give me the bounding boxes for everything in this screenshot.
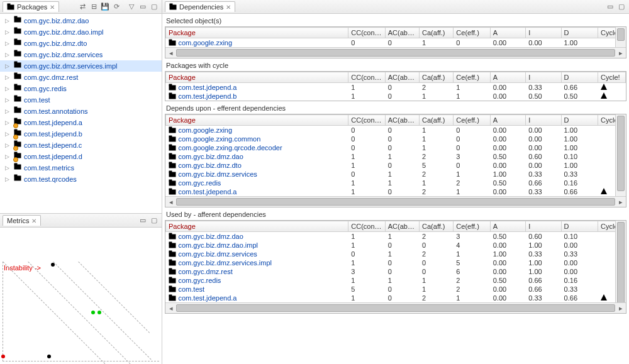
- scroll-left-icon[interactable]: ◂: [165, 48, 176, 58]
- expand-icon[interactable]: ▷: [5, 118, 11, 128]
- minimize-icon[interactable]: ▭: [138, 216, 148, 226]
- table-row[interactable]: com.gyc.redis11120.500.660.16: [166, 179, 626, 187]
- close-icon[interactable]: ✕: [226, 4, 231, 11]
- maximize-icon[interactable]: ▢: [616, 2, 626, 12]
- expand-icon[interactable]: ▷: [5, 16, 11, 26]
- expand-icon[interactable]: ▷: [5, 50, 11, 60]
- tree-item[interactable]: ▷com.test.qrcodes: [0, 174, 162, 185]
- col-i[interactable]: I: [526, 28, 561, 38]
- col-a[interactable]: A: [490, 28, 525, 38]
- scroll-right-icon[interactable]: ▸: [615, 303, 626, 313]
- table-row[interactable]: com.test.jdepend.a10210.000.330.66: [166, 187, 626, 196]
- tree-item[interactable]: ▷com.test.jdepend.c: [0, 140, 162, 151]
- table-row[interactable]: com.google.zxing.common00100.000.001.00: [166, 135, 626, 143]
- col-d[interactable]: D: [561, 221, 598, 232]
- close-icon[interactable]: ✕: [31, 218, 36, 224]
- col-ca[interactable]: Ca(aff.): [420, 115, 454, 126]
- minimize-icon[interactable]: ▭: [605, 2, 615, 12]
- table-row[interactable]: com.test.jdepend.a10210.000.330.66: [166, 83, 626, 92]
- col-ce[interactable]: Ce(eff.): [454, 115, 490, 126]
- scroll-right-icon[interactable]: ▸: [615, 48, 626, 58]
- scroll-left-icon[interactable]: ◂: [165, 197, 176, 207]
- vertical-scrollbar[interactable]: [615, 114, 626, 196]
- expand-icon[interactable]: ▷: [5, 73, 11, 82]
- table-row[interactable]: com.google.zxing00100.000.001.00: [166, 38, 626, 48]
- dependencies-tab[interactable]: Dependencies ✕: [165, 1, 235, 12]
- col-cc[interactable]: CC(conc...: [348, 28, 385, 38]
- col-cc[interactable]: CC(conc...: [348, 72, 385, 83]
- col-ac[interactable]: AC(abst...: [385, 72, 419, 83]
- expand-icon[interactable]: ▷: [5, 28, 11, 37]
- col-d[interactable]: D: [561, 72, 598, 83]
- expand-icon[interactable]: ▷: [5, 84, 11, 94]
- col-cycle[interactable]: Cycle!: [598, 72, 626, 83]
- tree-item[interactable]: ▷com.gyc.biz.dmz.dao: [0, 15, 162, 26]
- vertical-scrollbar[interactable]: [615, 221, 626, 302]
- col-ce[interactable]: Ce(eff.): [454, 28, 490, 38]
- view-menu-icon[interactable]: ▽: [126, 2, 136, 12]
- table-row[interactable]: com.google.zxing00100.000.001.00: [166, 126, 626, 135]
- table-row[interactable]: com.gyc.biz.dmz.dao11230.500.600.10: [166, 152, 626, 161]
- col-cc[interactable]: CC(conc...: [348, 115, 385, 126]
- col-a[interactable]: A: [490, 72, 525, 83]
- tree-item[interactable]: ▷com.test.jdepend.b: [0, 128, 162, 140]
- col-cc[interactable]: CC(conc...: [348, 221, 385, 232]
- tree-item[interactable]: ▷com.test.jdepend.d: [0, 151, 162, 162]
- col-ce[interactable]: Ce(eff.): [454, 221, 490, 232]
- table-row[interactable]: com.gyc.redis11120.500.660.16: [166, 276, 626, 285]
- expand-icon[interactable]: ▷: [5, 96, 11, 105]
- col-package[interactable]: Package: [166, 28, 348, 38]
- table-row[interactable]: com.gyc.biz.dmz.dao11230.500.600.10: [166, 232, 626, 241]
- maximize-icon[interactable]: ▢: [149, 2, 159, 12]
- expand-icon[interactable]: ▷: [5, 130, 11, 139]
- col-ca[interactable]: Ca(aff.): [420, 72, 454, 83]
- col-package[interactable]: Package: [166, 115, 348, 126]
- expand-icon[interactable]: ▷: [5, 107, 11, 116]
- tree-item[interactable]: ▷com.test.jdepend.a: [0, 117, 162, 128]
- scroll-right-icon[interactable]: ▸: [615, 197, 626, 207]
- close-icon[interactable]: ✕: [50, 4, 55, 11]
- table-row[interactable]: com.gyc.biz.dmz.services.impl10050.001.0…: [166, 258, 626, 267]
- col-d[interactable]: D: [561, 115, 598, 126]
- table-row[interactable]: com.gyc.biz.dmz.services01211.000.330.33: [166, 250, 626, 258]
- tree-item[interactable]: ▷com.test.metrics: [0, 162, 162, 174]
- expand-icon[interactable]: ▷: [5, 175, 11, 184]
- col-ca[interactable]: Ca(aff.): [420, 28, 454, 38]
- tree-item[interactable]: ▷com.gyc.biz.dmz.dao.impl: [0, 26, 162, 38]
- expand-icon[interactable]: ▷: [5, 62, 11, 71]
- scroll-left-icon[interactable]: ◂: [165, 303, 176, 313]
- metrics-tab[interactable]: Metrics ✕: [3, 215, 41, 226]
- col-a[interactable]: A: [490, 221, 525, 232]
- col-package[interactable]: Package: [166, 72, 348, 83]
- table-row[interactable]: com.test.jdepend.a10210.000.330.66: [166, 294, 626, 302]
- maximize-icon[interactable]: ▢: [149, 216, 159, 226]
- minimize-icon[interactable]: ▭: [138, 2, 148, 12]
- col-package[interactable]: Package: [166, 221, 348, 232]
- expand-icon[interactable]: ▷: [5, 141, 11, 150]
- horizontal-scrollbar[interactable]: ◂▸: [165, 47, 626, 58]
- packages-tree[interactable]: ▷com.gyc.biz.dmz.dao▷com.gyc.biz.dmz.dao…: [0, 14, 162, 213]
- col-ac[interactable]: AC(abst...: [385, 115, 419, 126]
- col-i[interactable]: I: [526, 221, 561, 232]
- col-ac[interactable]: AC(abst...: [385, 28, 419, 38]
- refresh-icon[interactable]: ⟳: [111, 2, 121, 12]
- tree-item[interactable]: ▷com.test.annotations: [0, 106, 162, 117]
- link-icon[interactable]: ⇄: [77, 2, 87, 12]
- col-a[interactable]: A: [490, 115, 525, 126]
- tree-item[interactable]: ▷com.test: [0, 94, 162, 106]
- packages-tab[interactable]: Packages ✕: [3, 1, 59, 12]
- col-ca[interactable]: Ca(aff.): [420, 221, 454, 232]
- table-row[interactable]: com.test.jdepend.b10110.000.500.50: [166, 92, 626, 101]
- table-row[interactable]: com.gyc.biz.dmz.dao.impl10040.001.000.00: [166, 241, 626, 250]
- table-row[interactable]: com.gyc.dmz.rest30060.001.000.00: [166, 267, 626, 276]
- expand-icon[interactable]: ▷: [5, 163, 11, 173]
- col-i[interactable]: I: [526, 115, 561, 126]
- table-row[interactable]: com.test50120.000.660.33: [166, 285, 626, 294]
- table-row[interactable]: com.google.zxing.qrcode.decoder00100.000…: [166, 143, 626, 152]
- tree-item[interactable]: ▷com.gyc.biz.dmz.dto: [0, 38, 162, 49]
- vertical-scrollbar[interactable]: [615, 27, 626, 47]
- col-ac[interactable]: AC(abst...: [385, 221, 419, 232]
- expand-icon[interactable]: ▷: [5, 39, 11, 48]
- table-row[interactable]: com.gyc.biz.dmz.dto10500.000.001.00: [166, 161, 626, 170]
- table-row[interactable]: com.gyc.biz.dmz.services01211.000.330.33: [166, 170, 626, 179]
